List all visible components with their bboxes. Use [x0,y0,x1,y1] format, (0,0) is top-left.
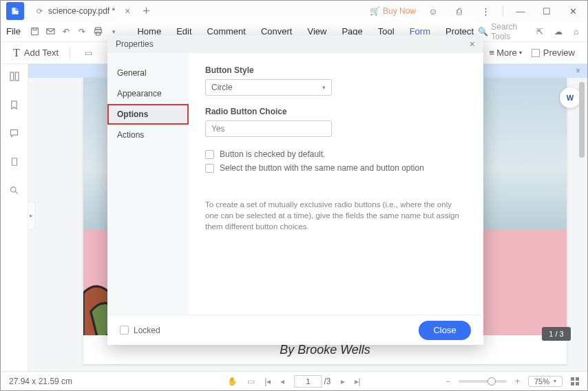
undo-icon[interactable]: ↶ [61,25,72,39]
svg-rect-1 [33,28,36,30]
chevron-down-icon: ▾ [554,378,556,384]
svg-rect-7 [15,72,19,81]
button-style-label: Button Style [205,65,467,75]
properties-dialog: Properties × General Appearance Options … [107,35,483,345]
zoom-level-select[interactable]: 75% ▾ [528,376,563,387]
last-page-icon[interactable]: ▸| [355,377,361,386]
printer-icon[interactable] [92,25,104,39]
sidebar-expander[interactable]: ▸ [28,202,35,229]
redo-icon[interactable]: ↷ [76,25,88,39]
checkbox-icon [205,164,214,173]
new-tab-button[interactable]: + [143,4,150,19]
page-indicator-badge: 1 / 3 [542,327,571,341]
nav-general[interactable]: General [107,63,189,83]
form-field-icon[interactable]: ▭ [81,46,95,60]
file-menu[interactable]: File [6,26,21,36]
preview-toggle[interactable]: Preview [532,47,575,58]
select-tool-icon[interactable]: ▭ [247,377,255,386]
locked-checkbox[interactable]: Locked [120,326,160,335]
svg-rect-6 [10,72,14,81]
checkbox-icon [532,49,540,57]
fit-view-icon[interactable] [571,377,579,385]
zoom-slider[interactable] [459,380,507,383]
up-icon[interactable]: ⌂ [571,25,582,39]
titlebar: ⟳ science-copy.pdf * × + 🛒 Buy Now ☺ ⎙ ⋮… [1,1,587,21]
print-icon[interactable]: ⎙ [450,2,468,20]
checked-default-checkbox[interactable]: Button is checked by default. [205,149,467,159]
dialog-close-icon[interactable]: × [470,39,475,50]
left-sidebar [1,64,28,371]
share-icon[interactable]: ⇱ [534,25,545,39]
thumbnails-icon[interactable] [9,71,20,85]
next-page-icon[interactable]: ▸ [341,377,345,386]
buy-now-link[interactable]: 🛒 Buy Now [370,6,416,16]
add-text-tool[interactable]: T Add Text [13,47,59,59]
bookmark-icon[interactable] [9,100,19,113]
save-icon[interactable] [29,25,41,39]
infobar-close-icon[interactable]: × [576,66,580,76]
checkbox-icon [205,150,214,159]
nav-actions[interactable]: Actions [107,125,189,145]
zoom-in-icon[interactable]: + [515,377,520,386]
nav-appearance[interactable]: Appearance [107,83,189,104]
radio-choice-label: Radio Button Choice [205,107,467,116]
hand-tool-icon[interactable]: ✋ [227,377,238,386]
page-number-field[interactable]: /3 [294,375,330,388]
svg-rect-0 [31,28,38,35]
search-tools[interactable]: 🔍 Search Tools [478,22,527,41]
prev-page-icon[interactable]: ◂ [280,377,284,386]
app-logo-icon [6,2,24,20]
close-button[interactable]: Close [419,321,471,340]
dialog-content: Button Style Circle ▾ Radio Button Choic… [189,53,483,315]
dialog-footer: Locked Close [107,315,483,345]
mail-icon[interactable] [45,25,56,39]
zoom-out-icon[interactable]: − [445,377,450,386]
scroll-thumb[interactable] [579,82,585,158]
document-tab[interactable]: ⟳ science-copy.pdf * × [30,1,137,21]
search-panel-icon[interactable] [9,185,19,198]
cart-icon: 🛒 [370,6,380,16]
nav-options[interactable]: Options [107,104,189,125]
tab-title: science-copy.pdf * [48,6,115,16]
page-dimensions: 27.94 x 21.59 cm [9,377,72,386]
dialog-nav: General Appearance Options Actions [107,53,189,315]
statusbar: 27.94 x 21.59 cm ✋ ▭ |◂ ◂ /3 ▸ ▸| − + 75… [1,371,587,390]
dialog-title: Properties [116,39,154,49]
checkbox-icon [120,326,129,335]
user-icon[interactable]: ☺ [424,2,442,20]
tab-close-icon[interactable]: × [125,6,130,17]
button-style-select[interactable]: Circle ▾ [205,79,332,96]
cloud-icon[interactable]: ☁ [552,25,563,39]
vertical-scrollbar[interactable] [579,82,585,357]
hint-text: To create a set of mutually exclusive ra… [205,199,467,232]
word-export-badge[interactable]: W [560,87,580,108]
dialog-titlebar[interactable]: Properties × [107,35,483,53]
radio-choice-input[interactable] [205,120,332,137]
svg-rect-8 [12,158,17,166]
text-icon: T [13,47,20,59]
comment-panel-icon[interactable] [9,128,19,141]
svg-point-9 [11,187,17,193]
minimize-button[interactable]: — [512,2,529,20]
chevron-down-icon: ▾ [322,84,326,91]
close-window-button[interactable]: ✕ [564,2,582,20]
sync-icon: ⟳ [36,7,43,16]
first-page-icon[interactable]: |◂ [264,377,271,386]
maximize-button[interactable]: ☐ [538,2,556,20]
attachment-icon[interactable] [10,156,19,170]
kebab-menu-icon[interactable]: ⋮ [476,2,494,20]
same-name-checkbox[interactable]: Select the button with the same name and… [205,163,467,173]
more-menu[interactable]: ≡ More▾ [490,47,522,58]
